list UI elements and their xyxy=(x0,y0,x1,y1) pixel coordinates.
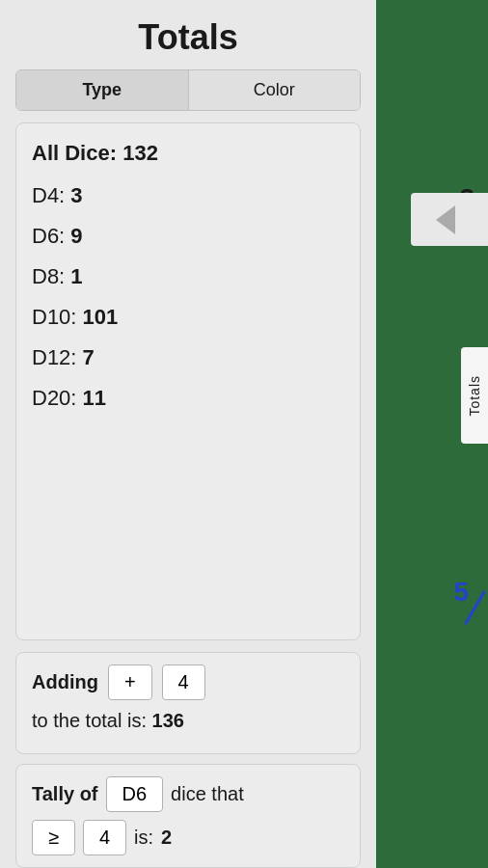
operator-button[interactable]: + xyxy=(108,665,152,700)
d12-value: 7 xyxy=(83,345,95,369)
d6-row: D6: 9 xyxy=(32,216,344,257)
total-line: to the total is: 136 xyxy=(32,706,344,742)
d10-row: D10: 101 xyxy=(32,297,344,338)
total-prefix: to the total is: xyxy=(32,710,147,731)
totals-tab[interactable]: Totals xyxy=(461,347,488,444)
d12-label: D12: xyxy=(32,345,83,369)
d20-row: D20: 11 xyxy=(32,378,344,419)
d4-label: D4: xyxy=(32,183,70,207)
arrow-icon xyxy=(436,205,455,234)
d8-label: D8: xyxy=(32,264,70,288)
totals-tab-label: Totals xyxy=(467,375,482,417)
tally-row1: Tally of D6 dice that xyxy=(32,776,344,812)
all-dice-row: All Dice: 132 xyxy=(32,133,344,176)
d4-row: D4: 3 xyxy=(32,176,344,216)
d10-label: D10: xyxy=(32,305,83,329)
tally-result-prefix: is: xyxy=(134,827,153,849)
tally-result-value: 2 xyxy=(161,827,172,849)
tab-type[interactable]: Type xyxy=(16,70,189,110)
modifier-button[interactable]: 4 xyxy=(162,665,205,700)
d8-value: 1 xyxy=(70,264,82,288)
d6-label: D6: xyxy=(32,224,70,248)
d20-label: D20: xyxy=(32,386,83,410)
side-card xyxy=(411,193,488,246)
tally-threshold-button[interactable]: 4 xyxy=(83,820,126,855)
page-title: Totals xyxy=(0,0,376,69)
all-dice-value: 132 xyxy=(122,141,158,165)
main-panel: Totals Type Color All Dice: 132 D4: 3 D6… xyxy=(0,0,376,868)
tab-bar: Type Color xyxy=(15,69,361,111)
tab-color[interactable]: Color xyxy=(189,70,361,110)
right-panel: 3 Totals 5 xyxy=(376,0,488,868)
all-dice-label: All Dice: xyxy=(32,141,117,165)
tally-operator-button[interactable]: ≥ xyxy=(32,820,75,855)
tally-prefix: Tally of xyxy=(32,783,98,805)
side-number-5: 5 xyxy=(453,577,469,608)
d8-row: D8: 1 xyxy=(32,257,344,297)
tally-section: Tally of D6 dice that ≥ 4 is: 2 xyxy=(15,764,361,868)
adding-section: Adding + 4 to the total is: 136 xyxy=(15,652,361,754)
d10-value: 101 xyxy=(83,305,119,329)
d20-value: 11 xyxy=(83,386,106,410)
d12-row: D12: 7 xyxy=(32,338,344,378)
tally-suffix: dice that xyxy=(171,783,244,805)
tally-row2: ≥ 4 is: 2 xyxy=(32,820,344,855)
tally-die-button[interactable]: D6 xyxy=(106,776,164,812)
total-number: 136 xyxy=(152,710,184,731)
d4-value: 3 xyxy=(70,183,82,207)
adding-label: Adding xyxy=(32,671,98,693)
adding-row: Adding + 4 xyxy=(32,665,344,700)
dice-list: All Dice: 132 D4: 3 D6: 9 D8: 1 D10: 101… xyxy=(15,122,361,640)
d6-value: 9 xyxy=(70,224,82,248)
